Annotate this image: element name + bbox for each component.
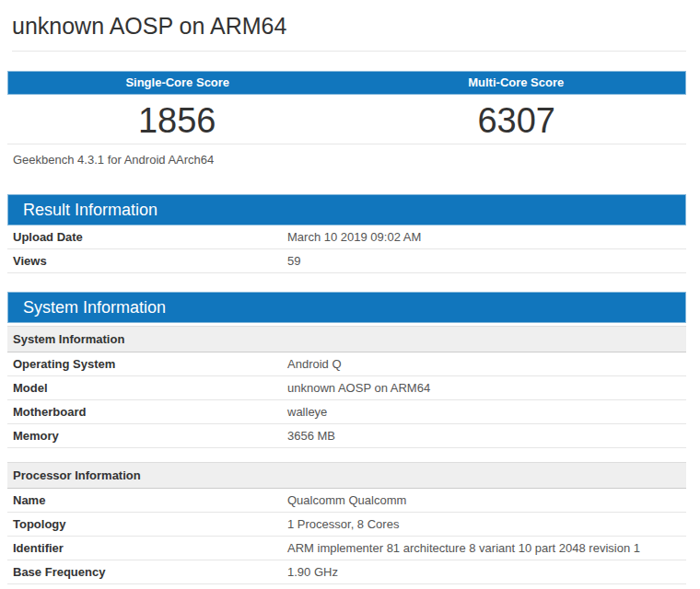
row-value: March 10 2019 09:02 AM [287,225,686,248]
table-row-base-frequency: Base Frequency 1.90 GHz [7,560,686,584]
row-label: Motherboard [7,400,287,423]
row-value: unknown AOSP on ARM64 [287,376,686,399]
row-label: Views [7,249,287,272]
table-row-memory: Memory 3656 MB [7,424,686,448]
multi-core-score-value: 6307 [347,103,687,138]
row-value: 1 Processor, 8 Cores [287,513,686,536]
system-information-header: System Information [7,292,686,323]
page-title: unknown AOSP on ARM64 [12,13,686,52]
geekbench-version-caption: Geekbench 4.3.1 for Android AArch64 [7,144,686,176]
row-label: Operating System [7,352,287,375]
table-row-views: Views 59 [7,249,686,273]
table-row-operating-system: Operating System Android Q [7,352,686,376]
single-core-score-value: 1856 [7,103,347,138]
row-label: Base Frequency [7,560,287,583]
table-row-processor-name: Name Qualcomm Qualcomm [7,489,686,513]
row-value: ARM implementer 81 architecture 8 varian… [287,537,686,560]
table-row-motherboard: Motherboard walleye [7,400,686,424]
table-row-upload-date: Upload Date March 10 2019 09:02 AM [7,225,686,249]
row-label: Memory [7,424,287,447]
table-row-model: Model unknown AOSP on ARM64 [7,376,686,400]
row-value: 3656 MB [287,424,686,447]
geekbench-result-page: unknown AOSP on ARM64 Single-Core Score … [0,0,700,589]
table-row-identifier: Identifier ARM implementer 81 architectu… [7,537,686,560]
row-label: Upload Date [7,225,287,248]
row-value: Qualcomm Qualcomm [287,489,686,512]
processor-information-subheader: Processor Information [7,462,686,489]
system-information-subheader: System Information [7,326,686,352]
single-core-score-header: Single-Core Score [8,72,347,94]
row-value: walleye [287,400,686,423]
row-label: Name [7,489,287,512]
row-label: Identifier [7,537,287,560]
score-banner: Single-Core Score Multi-Core Score [7,71,686,95]
table-row-topology: Topology 1 Processor, 8 Cores [7,513,686,537]
score-values: 1856 6307 [7,95,686,144]
row-label: Topology [7,513,287,536]
row-value: Android Q [287,352,686,375]
multi-core-score-header: Multi-Core Score [347,72,686,94]
row-value: 1.90 GHz [287,560,686,583]
row-label: Model [7,376,287,399]
result-information-header: Result Information [7,194,686,225]
row-value: 59 [287,249,686,272]
